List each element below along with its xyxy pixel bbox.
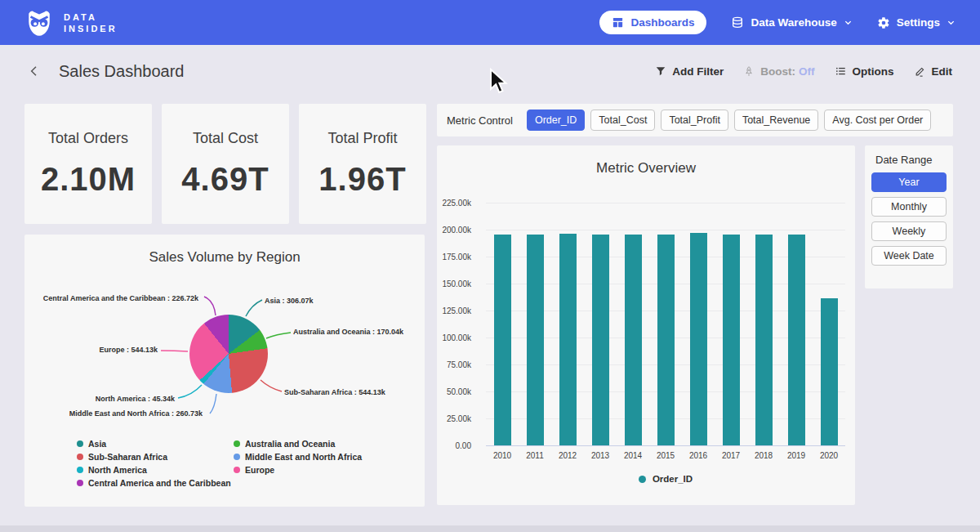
legend-label: Sub-Saharan Africa bbox=[88, 452, 167, 462]
bar-slot bbox=[780, 235, 813, 445]
bar-ytick-label: 75.00k bbox=[437, 360, 479, 369]
legend-item-north-america[interactable]: North America bbox=[77, 463, 231, 476]
bar-slot bbox=[617, 235, 649, 445]
bar-2013[interactable] bbox=[592, 235, 609, 445]
back-button[interactable] bbox=[28, 64, 41, 78]
pie-legend-column: Australia and OceaniaMiddle East and Nor… bbox=[234, 437, 362, 476]
bar-2015[interactable] bbox=[657, 235, 675, 445]
bar-2012[interactable] bbox=[559, 234, 577, 445]
legend-label: Asia bbox=[88, 439, 106, 449]
bar-xtick-label: 2013 bbox=[584, 451, 617, 460]
options-label: Options bbox=[853, 65, 894, 78]
settings-menu[interactable]: Settings bbox=[877, 16, 956, 29]
legend-dot bbox=[77, 467, 83, 473]
gear-icon bbox=[877, 16, 890, 29]
kpi-card-total-cost: Total Cost 4.69T bbox=[162, 104, 289, 224]
legend-item-europe[interactable]: Europe bbox=[234, 463, 362, 476]
page-title: Sales Dashboard bbox=[59, 62, 184, 81]
pie-legend-column: AsiaSub-Saharan AfricaNorth AmericaCentr… bbox=[77, 437, 231, 490]
bar-2016[interactable] bbox=[690, 233, 707, 445]
legend-label: Middle East and North Africa bbox=[245, 452, 362, 462]
bar-ytick-label: 150.00k bbox=[437, 279, 479, 288]
bar-xtick-label: 2019 bbox=[780, 451, 813, 460]
edit-label: Edit bbox=[932, 65, 953, 78]
bar-xtick-label: 2018 bbox=[747, 451, 780, 460]
options-button[interactable]: Options bbox=[835, 65, 894, 78]
metric-button-avg-cost-per-order[interactable]: Avg. Cost per Order bbox=[824, 110, 931, 131]
pie-chart[interactable] bbox=[189, 315, 268, 393]
metric-button-order-id[interactable]: Order_ID bbox=[527, 110, 585, 131]
chevron-down-icon bbox=[844, 18, 853, 27]
legend-dot bbox=[234, 440, 240, 447]
bar-xtick-label: 2012 bbox=[551, 451, 584, 460]
metric-button-total-profit[interactable]: Total_Profit bbox=[661, 110, 728, 131]
bar-2011[interactable] bbox=[527, 235, 544, 445]
legend-label: Australia and Oceania bbox=[245, 439, 335, 449]
pie-label-europe: Europe : 544.13k bbox=[24, 346, 158, 354]
legend-item-central-america-and-the-caribbean[interactable]: Central America and the Caribbean bbox=[77, 476, 231, 490]
date-range-button-weekly[interactable]: Weekly bbox=[871, 221, 947, 241]
boost-value: Off bbox=[799, 65, 815, 78]
kpi-value: 1.96T bbox=[318, 161, 406, 198]
legend-item-sub-saharan-africa[interactable]: Sub-Saharan Africa bbox=[77, 450, 231, 463]
bar-2020[interactable] bbox=[821, 298, 838, 445]
legend-item-asia[interactable]: Asia bbox=[77, 437, 231, 450]
bar-legend-dot bbox=[639, 476, 646, 483]
date-range-panel: Date Range Year Monthly Weekly Week Date bbox=[865, 145, 953, 288]
bar-xtick-label: 2010 bbox=[486, 451, 519, 460]
date-range-button-monthly[interactable]: Monthly bbox=[871, 197, 947, 217]
metric-button-total-cost[interactable]: Total_Cost bbox=[590, 110, 655, 131]
dashboard-header: Sales Dashboard Add Filter Boost: Off bbox=[0, 45, 980, 97]
pie-label-north-america: North America : 45.34k bbox=[24, 395, 175, 403]
dashboards-button[interactable]: Dashboards bbox=[599, 11, 706, 34]
bar-2014[interactable] bbox=[625, 235, 642, 445]
pie-label-asia: Asia : 306.07k bbox=[265, 297, 314, 305]
bar-2019[interactable] bbox=[788, 235, 805, 445]
legend-item-middle-east-and-north-africa[interactable]: Middle East and North Africa bbox=[234, 450, 362, 463]
legend-item-australia-and-oceania[interactable]: Australia and Oceania bbox=[234, 437, 362, 450]
bar-2017[interactable] bbox=[723, 235, 740, 445]
date-range-button-week-date[interactable]: Week Date bbox=[871, 246, 947, 266]
database-icon bbox=[731, 16, 744, 29]
dashboards-label: Dashboards bbox=[630, 16, 694, 29]
sales-volume-by-region-card: Sales Volume by Region Central America a… bbox=[24, 235, 425, 507]
bar-xtick-label: 2016 bbox=[682, 451, 715, 460]
legend-dot bbox=[77, 454, 83, 460]
data-warehouse-menu[interactable]: Data Warehouse bbox=[731, 16, 852, 29]
pencil-icon bbox=[914, 65, 926, 78]
owl-icon bbox=[24, 8, 54, 38]
bar-2010[interactable] bbox=[494, 235, 511, 445]
bar-slot bbox=[649, 235, 682, 445]
date-range-label: Date Range bbox=[875, 154, 953, 166]
bar-ytick-label: 175.00k bbox=[437, 253, 479, 262]
bar-2018[interactable] bbox=[755, 235, 773, 445]
window-bottom-edge bbox=[0, 525, 980, 532]
pie-label-sub-saharan-africa: Sub-Saharan Africa : 544.13k bbox=[284, 388, 385, 396]
bar-chart-title: Metric Overview bbox=[437, 160, 855, 177]
grid-icon bbox=[612, 16, 624, 29]
date-range-button-year[interactable]: Year bbox=[871, 172, 947, 192]
bar-ytick-label: 0.00 bbox=[437, 441, 479, 450]
bar-chart-legend[interactable]: Order_ID bbox=[486, 474, 845, 484]
kpi-label: Total Orders bbox=[48, 130, 128, 147]
legend-label: North America bbox=[88, 465, 147, 475]
boost-toggle[interactable]: Boost: Off bbox=[743, 65, 814, 78]
edit-button[interactable]: Edit bbox=[914, 65, 953, 78]
metric-button-total-revenue[interactable]: Total_Revenue bbox=[734, 110, 818, 131]
bar-xaxis-labels: 2010201120122013201420152016201720182019… bbox=[486, 451, 845, 460]
bar-slot bbox=[715, 235, 747, 445]
add-filter-button[interactable]: Add Filter bbox=[655, 65, 724, 78]
bar-ytick-label: 50.00k bbox=[437, 387, 479, 396]
legend-dot bbox=[234, 454, 240, 460]
bar-slot bbox=[486, 235, 519, 445]
bar-slot bbox=[682, 233, 715, 445]
pie-label-central-america: Central America and the Caribbean : 226.… bbox=[24, 294, 198, 302]
pie-label-middle-east-north-africa: Middle East and North Africa : 260.73k bbox=[24, 409, 203, 418]
bar-legend-label: Order_ID bbox=[653, 474, 693, 484]
chevron-down-icon bbox=[947, 18, 956, 27]
bar-gridline bbox=[486, 445, 845, 446]
bar-slot bbox=[747, 235, 780, 445]
navbar-menu: Dashboards Data Warehouse Settings bbox=[599, 11, 956, 34]
legend-label: Central America and the Caribbean bbox=[88, 478, 231, 488]
metric-control-bar: Metric Control Order_ID Total_Cost Total… bbox=[437, 104, 953, 136]
